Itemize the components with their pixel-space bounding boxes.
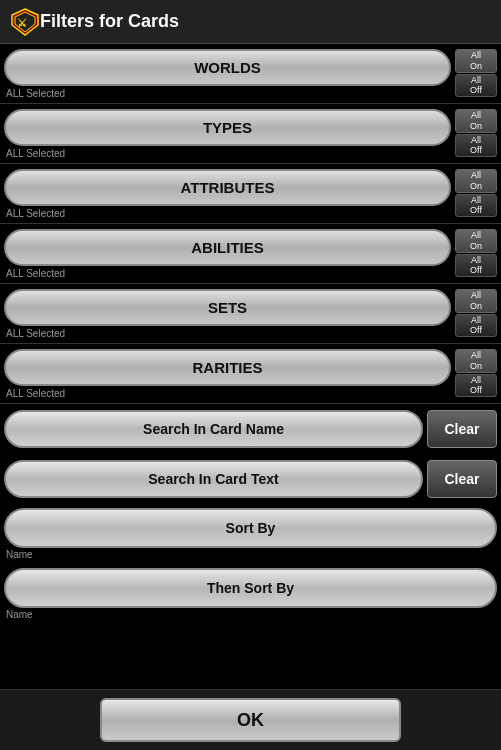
filter-sub-rarities: ALL Selected — [0, 388, 501, 403]
sort-by-wrapper: Sort By — [0, 504, 501, 548]
all-on-abilities[interactable]: All On — [455, 229, 497, 253]
filter-row-rarities: RARITIESAll OnAll Off — [0, 344, 501, 388]
filter-sub-worlds: ALL Selected — [0, 88, 501, 103]
all-off-rarities[interactable]: All Off — [455, 374, 497, 398]
filters-container: WORLDSAll OnAll OffALL SelectedTYPESAll … — [0, 44, 501, 404]
app-title: Filters for Cards — [40, 11, 179, 32]
filter-row-worlds: WORLDSAll OnAll Off — [0, 44, 501, 88]
filter-row-abilities: ABILITIESAll OnAll Off — [0, 224, 501, 268]
filter-row-types: TYPESAll OnAll Off — [0, 104, 501, 148]
search-card-text-button[interactable]: Search In Card Text — [4, 460, 423, 498]
all-on-types[interactable]: All On — [455, 109, 497, 133]
all-on-attributes[interactable]: All On — [455, 169, 497, 193]
filter-label-abilities[interactable]: ABILITIES — [4, 229, 451, 266]
filter-label-sets[interactable]: SETS — [4, 289, 451, 326]
filter-sub-abilities: ALL Selected — [0, 268, 501, 283]
app-logo-icon: ⚔ — [10, 7, 40, 37]
filter-label-attributes[interactable]: ATTRIBUTES — [4, 169, 451, 206]
filter-label-worlds[interactable]: WORLDS — [4, 49, 451, 86]
filter-sub-attributes: ALL Selected — [0, 208, 501, 223]
sort-by-sub: Name — [0, 548, 501, 564]
filter-section-rarities: RARITIESAll OnAll OffALL Selected — [0, 344, 501, 404]
search-section: Search In Card Name Clear Search In Card… — [0, 404, 501, 504]
filter-section-types: TYPESAll OnAll OffALL Selected — [0, 104, 501, 164]
search-card-text-row: Search In Card Text Clear — [0, 454, 501, 504]
then-sort-by-sub: Name — [0, 608, 501, 624]
filter-label-rarities[interactable]: RARITIES — [4, 349, 451, 386]
all-off-worlds[interactable]: All Off — [455, 74, 497, 98]
filter-label-types[interactable]: TYPES — [4, 109, 451, 146]
filter-sub-types: ALL Selected — [0, 148, 501, 163]
search-card-name-button[interactable]: Search In Card Name — [4, 410, 423, 448]
filter-section-abilities: ABILITIESAll OnAll OffALL Selected — [0, 224, 501, 284]
then-sort-by-wrapper: Then Sort By — [0, 564, 501, 608]
all-on-sets[interactable]: All On — [455, 289, 497, 313]
all-on-worlds[interactable]: All On — [455, 49, 497, 73]
all-on-rarities[interactable]: All On — [455, 349, 497, 373]
ok-button-wrapper: OK — [0, 689, 501, 750]
ok-button[interactable]: OK — [100, 698, 401, 742]
header: ⚔ Filters for Cards — [0, 0, 501, 44]
filter-sub-sets: ALL Selected — [0, 328, 501, 343]
clear-card-text-button[interactable]: Clear — [427, 460, 497, 498]
filter-section-worlds: WORLDSAll OnAll OffALL Selected — [0, 44, 501, 104]
filter-section-attributes: ATTRIBUTESAll OnAll OffALL Selected — [0, 164, 501, 224]
all-off-sets[interactable]: All Off — [455, 314, 497, 338]
all-off-types[interactable]: All Off — [455, 134, 497, 158]
filter-section-sets: SETSAll OnAll OffALL Selected — [0, 284, 501, 344]
svg-text:⚔: ⚔ — [17, 17, 27, 29]
filter-row-attributes: ATTRIBUTESAll OnAll Off — [0, 164, 501, 208]
then-sort-by-button[interactable]: Then Sort By — [4, 568, 497, 608]
clear-card-name-button[interactable]: Clear — [427, 410, 497, 448]
sort-section: Sort By Name Then Sort By Name — [0, 504, 501, 624]
sort-by-button[interactable]: Sort By — [4, 508, 497, 548]
all-off-abilities[interactable]: All Off — [455, 254, 497, 278]
all-off-attributes[interactable]: All Off — [455, 194, 497, 218]
filter-row-sets: SETSAll OnAll Off — [0, 284, 501, 328]
search-card-name-row: Search In Card Name Clear — [0, 404, 501, 454]
